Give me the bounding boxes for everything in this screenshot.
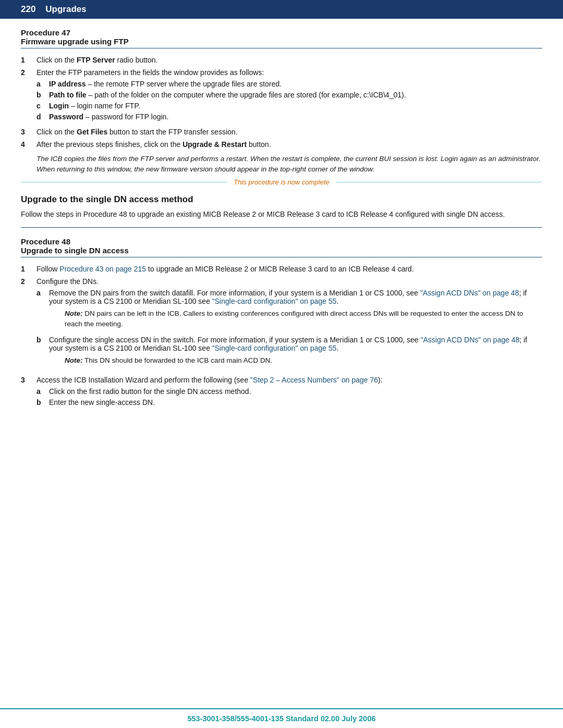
step-2: 2 Enter the FTP parameters in the fields… <box>21 68 542 124</box>
step2a-label: a <box>36 80 49 88</box>
step2c-content: Login – login name for FTP. <box>49 102 542 110</box>
p48-step3a-content: Click on the first radio button for the … <box>49 387 542 396</box>
step-1: 1 Click on the FTP Server radio button. <box>21 56 542 64</box>
p48-step-2: 2 Configure the DNs. a Remove the DN pai… <box>21 277 542 372</box>
complete-line-right <box>336 182 542 182</box>
note2a-label: Note: <box>65 310 83 317</box>
step1-bold: FTP Server <box>77 56 115 64</box>
note2b-label: Note: <box>65 356 83 364</box>
assign-acd-dns-link-a[interactable]: "Assign ACD DNs" on page 48 <box>420 289 519 297</box>
p48-step3a: a Click on the first radio button for th… <box>36 387 542 396</box>
step2d: d Password – password for FTP login. <box>36 113 542 121</box>
p48-step3b: b Enter the new single-access DN. <box>36 398 542 406</box>
step2d-content: Password – password for FTP login. <box>49 113 542 121</box>
proc47-italic-note: The ICB copies the files from the FTP se… <box>36 154 542 175</box>
step2b-label: b <box>36 91 49 99</box>
p48-step3-num: 3 <box>21 376 36 384</box>
p48-step3b-label: b <box>36 398 49 406</box>
p48-step2a-note: Note: DN pairs can be left in the ICB. C… <box>65 309 542 330</box>
step2b: b Path to file – path of the folder on t… <box>36 91 542 99</box>
proc47-complete-row: This procedure is now complete <box>21 178 542 186</box>
italic-note-text: The ICB copies the files from the FTP se… <box>36 155 541 173</box>
step3-num: 3 <box>21 128 36 136</box>
proc43-link[interactable]: Procedure 43 on page 215 <box>59 265 146 273</box>
proc47-steps: 1 Click on the FTP Server radio button. … <box>21 56 542 149</box>
footer: 553-3001-358/555-4001-135 Standard 02.00… <box>0 708 563 728</box>
step4-content: After the previous steps finishes, click… <box>36 140 542 149</box>
p48-step-1: 1 Follow Procedure 43 on page 215 to upg… <box>21 265 542 273</box>
proc48-steps: 1 Follow Procedure 43 on page 215 to upg… <box>21 265 542 409</box>
footer-text: 553-3001-358/555-4001-135 Standard 02.00… <box>187 714 375 723</box>
step2d-label: d <box>36 113 49 121</box>
p48-step2a-content: Remove the DN pairs from the switch data… <box>49 289 542 333</box>
header-section-label: Upgrades <box>45 4 86 14</box>
step2b-content: Path to file – path of the folder on the… <box>49 91 542 99</box>
p48-step2-num: 2 <box>21 277 36 286</box>
section-upgrade-body: Follow the steps in Procedure 48 to upgr… <box>21 209 542 220</box>
step2a: a IP address – the remote FTP server whe… <box>36 80 542 88</box>
complete-line-left <box>21 182 227 182</box>
p48-step1-content: Follow Procedure 43 on page 215 to upgra… <box>36 265 542 273</box>
header-bar: 220 Upgrades <box>0 0 563 19</box>
p48-step3a-label: a <box>36 387 49 396</box>
step1-content: Click on the FTP Server radio button. <box>36 56 542 64</box>
proc48-label: Procedure 48 <box>21 237 542 246</box>
proc48-rule <box>21 257 542 257</box>
procedure47-heading: Procedure 47 Firmware upgrade using FTP <box>21 28 542 46</box>
step2a-content: IP address – the remote FTP server where… <box>49 80 542 88</box>
p48-step2-sublist: a Remove the DN pairs from the switch da… <box>36 289 542 369</box>
step2c: c Login – login name for FTP. <box>36 102 542 110</box>
p48-step3-sublist: a Click on the first radio button for th… <box>36 387 542 406</box>
page: 220 Upgrades Procedure 47 Firmware upgra… <box>0 0 563 728</box>
step2d-bold: Password <box>49 113 83 121</box>
step2-content: Enter the FTP parameters in the fields t… <box>36 68 542 124</box>
p48-step1-num: 1 <box>21 265 36 273</box>
header-title: 220 Upgrades <box>21 4 87 15</box>
step3-bold: Get Files <box>77 128 107 136</box>
step2c-label: c <box>36 102 49 110</box>
step-3: 3 Click on the Get Files button to start… <box>21 128 542 136</box>
step2a-bold: IP address <box>49 80 86 88</box>
step3-content: Click on the Get Files button to start t… <box>36 128 542 136</box>
p48-step3b-content: Enter the new single-access DN. <box>49 398 542 406</box>
p48-step3-content: Access the ICB Installation Wizard and p… <box>36 376 542 409</box>
p48-step-3: 3 Access the ICB Installation Wizard and… <box>21 376 542 409</box>
step-4: 4 After the previous steps finishes, cli… <box>21 140 542 149</box>
proc47-rule <box>21 48 542 48</box>
p48-step2b-label: b <box>36 336 49 344</box>
p48-step2b-note: Note: This DN should be forwarded to the… <box>65 355 542 366</box>
section-rule <box>21 227 542 228</box>
header-section-num: 220 <box>21 4 35 14</box>
p48-step2a: a Remove the DN pairs from the switch da… <box>36 289 542 333</box>
step4-num: 4 <box>21 140 36 149</box>
step4-bold: Upgrade & Restart <box>182 140 247 149</box>
proc47-complete-text: This procedure is now complete <box>234 178 329 186</box>
procedure48-heading: Procedure 48 Upgrade to single DN access <box>21 237 542 255</box>
p48-step2b: b Configure the single access DN in the … <box>36 336 542 369</box>
main-content: Procedure 47 Firmware upgrade using FTP … <box>0 19 563 708</box>
step1-num: 1 <box>21 56 36 64</box>
p48-step2-content: Configure the DNs. a Remove the DN pairs… <box>36 277 542 372</box>
p48-step2a-label: a <box>36 289 49 297</box>
proc48-title: Upgrade to single DN access <box>21 246 542 255</box>
single-card-config-link-b[interactable]: "Single-card configuration" on page 55 <box>212 344 337 352</box>
step2c-bold: Login <box>49 102 69 110</box>
proc47-title: Firmware upgrade using FTP <box>21 37 542 46</box>
step2-num: 2 <box>21 68 36 77</box>
assign-acd-dns-link-b[interactable]: "Assign ACD DNs" on page 48 <box>421 336 520 344</box>
single-card-config-link-a[interactable]: "Single-card configuration" on page 55 <box>212 297 337 305</box>
section-upgrade-heading: Upgrade to the single DN access method <box>21 194 542 205</box>
step2b-bold: Path to file <box>49 91 87 99</box>
p48-step2b-content: Configure the single access DN in the sw… <box>49 336 542 369</box>
step2-access-numbers-link[interactable]: "Step 2 – Access Numbers" on page 76 <box>250 376 378 384</box>
step2-sublist: a IP address – the remote FTP server whe… <box>36 80 542 121</box>
proc47-label: Procedure 47 <box>21 28 542 37</box>
